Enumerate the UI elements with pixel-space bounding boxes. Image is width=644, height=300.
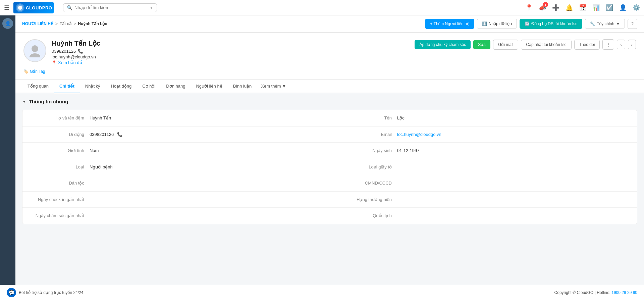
value-loai: Người bệnh (90, 164, 113, 170)
add-icon[interactable]: ➕ (552, 4, 559, 11)
breadcrumb-current: Huỳnh Tấn Lộc (78, 21, 107, 26)
tab-hoat-dong[interactable]: Hoạt động (106, 80, 137, 93)
more-actions-button[interactable]: ⋮ (602, 39, 614, 50)
xem-them-arrow: ▼ (282, 84, 286, 89)
svg-point-4 (32, 45, 38, 52)
add-contact-button[interactable]: + Thêm Người liên hệ (425, 19, 474, 29)
bell-icon[interactable]: 🔔 (566, 4, 573, 11)
search-bar[interactable]: 🔍 ▼ (63, 3, 157, 12)
checkbox-icon[interactable]: ☑️ (606, 4, 613, 11)
info-row-hang-thuong-nien: Hạng thường niên (330, 192, 637, 208)
notification-icon[interactable]: 📣 5 (539, 4, 546, 11)
info-row-dan-toc: Dân tộc (22, 175, 330, 192)
chart-icon[interactable]: 📊 (592, 4, 600, 11)
edit-button[interactable]: Sửa (473, 40, 490, 49)
label-email: Email (337, 131, 397, 138)
info-col-right: Tên Lộc Email loc.huynh@cloudgo.vn Ngày … (330, 110, 637, 224)
profile-phone: 0398201126 📞 (52, 49, 409, 54)
section-title: ▼ Thông tin chung (22, 99, 637, 104)
chat-label: Bot hỗ trợ sử dụng trực tuyến 24/24 (19, 290, 83, 295)
update-account-button[interactable]: Cập nhật tài khoản Isc (521, 40, 571, 50)
info-col-left: Họ và tên đệm Huỳnh Tấn Di động 03982011… (22, 110, 330, 224)
logo[interactable]: CLOUDPRO (13, 2, 54, 13)
next-button[interactable]: › (628, 40, 636, 49)
info-row-ngay-checkin: Ngày check-in gần nhất (22, 192, 330, 208)
search-input[interactable] (74, 5, 148, 10)
section-container: ▼ Thông tin chung Họ và tên đệm Huỳnh Tấ… (15, 93, 644, 230)
value-email[interactable]: loc.huynh@cloudgo.vn (397, 131, 441, 138)
tab-xem-them[interactable]: Xem thêm ▼ (257, 80, 290, 93)
help-button[interactable]: ? (628, 19, 637, 29)
footer-chat[interactable]: 💬 Bot hỗ trợ sử dụng trực tuyến 24/24 (7, 288, 83, 297)
location-icon[interactable]: 📍 (525, 4, 533, 11)
info-row-ngay-cham-soc: Ngày chăm sóc gần nhất (22, 208, 330, 224)
label-di-dong: Di động (29, 131, 90, 138)
info-row-email: Email loc.huynh@cloudgo.vn (330, 127, 637, 143)
section-collapse-arrow[interactable]: ▼ (22, 99, 26, 104)
label-ten: Tên (337, 115, 397, 121)
profile-actions: Áp dụng chu kỳ chăm sóc Sửa Gửi mail Cập… (415, 39, 636, 50)
notification-badge: 5 (543, 2, 548, 7)
info-row-ngay-sinh: Ngày sinh 01-12-1997 (330, 143, 637, 159)
breadcrumb-sep1: > (55, 21, 58, 26)
nav-icons: 📍 📣 5 ➕ 🔔 📅 📊 ☑️ 👤 ⚙️ (525, 4, 640, 11)
phone-call-icon[interactable]: 📞 (117, 132, 122, 137)
sync-icon: 🔄 (525, 21, 530, 26)
info-grid: Họ và tên đệm Huỳnh Tấn Di động 03982011… (22, 110, 637, 224)
breadcrumb-level2[interactable]: Tất cả (60, 21, 71, 26)
breadcrumb-bar: NGƯỜI LIÊN HỆ > Tất cả > Huỳnh Tấn Lộc +… (15, 15, 644, 33)
tab-nhat-ky[interactable]: Nhật ký (80, 80, 106, 93)
profile-name: Huỳnh Tấn Lộc (52, 39, 409, 47)
info-row-di-dong: Di động 0398201126 📞 (22, 127, 330, 143)
breadcrumb: NGƯỜI LIÊN HỆ > Tất cả > Huỳnh Tấn Lộc (22, 21, 107, 26)
label-dan-toc: Dân tộc (29, 180, 90, 187)
hamburger-menu[interactable]: ☰ (4, 4, 9, 11)
breadcrumb-root[interactable]: NGƯỜI LIÊN HỆ (22, 21, 53, 26)
import-icon: ⬇️ (482, 21, 487, 26)
svg-text:CLOUDPRO: CLOUDPRO (26, 5, 52, 10)
profile-avatar (23, 39, 46, 62)
info-row-ten: Tên Lộc (330, 110, 637, 127)
tab-co-hoi[interactable]: Cơ hội (137, 80, 161, 93)
value-ngay-sinh: 01-12-1997 (397, 147, 420, 154)
info-row-cmnd: CMND/CCCD (330, 175, 637, 192)
user-icon[interactable]: 👤 (619, 4, 627, 11)
settings-icon[interactable]: ⚙️ (633, 4, 640, 11)
label-quoc-tich: Quốc tịch (337, 212, 397, 219)
value-di-dong: 0398201126 📞 (90, 131, 122, 138)
label-gioi-tinh: Giới tính (29, 147, 90, 154)
footer-hotline: 1900 29 29 90 (611, 290, 637, 295)
label-hang-thuong-nien: Hạng thường niên (337, 196, 397, 203)
apply-care-cycle-button[interactable]: Áp dụng chu kỳ chăm sóc (415, 40, 471, 49)
profile-map-link[interactable]: 📍 Xem bản đồ (52, 60, 409, 65)
tab-binh-luan[interactable]: Bình luận (228, 80, 257, 93)
info-row-loai: Loại Người bệnh (22, 159, 330, 176)
import-button[interactable]: ⬇️ Nhập dữ liệu (477, 19, 517, 29)
svg-point-5 (30, 53, 40, 57)
info-row-loai-giay-to: Loại giấy tờ (330, 159, 637, 176)
sync-button[interactable]: 🔄 Đồng bộ DS tài khoản Isc (520, 19, 582, 29)
map-pin-icon: 📍 (52, 60, 57, 65)
customize-arrow: ▼ (616, 21, 620, 26)
profile-header: Huỳnh Tấn Lộc 0398201126 📞 loc.huynh@clo… (23, 39, 636, 65)
customize-button[interactable]: 🔧 Tùy chỉnh ▼ (585, 19, 625, 29)
info-card: Họ và tên đệm Huỳnh Tấn Di động 03982011… (22, 110, 637, 224)
add-tag-link[interactable]: 🏷️ Gắn Tag (23, 69, 45, 74)
search-dropdown-arrow[interactable]: ▼ (150, 6, 153, 10)
profile-email: loc.huynh@cloudgo.vn (52, 54, 409, 59)
top-navigation: ☰ CLOUDPRO 🔍 ▼ 📍 📣 5 ➕ 🔔 📅 📊 ☑️ 👤 ⚙️ (0, 0, 644, 15)
tab-tong-quan[interactable]: Tổng quan (22, 80, 54, 93)
phone-icon[interactable]: 📞 (78, 49, 83, 54)
logo-image: CLOUDPRO (13, 2, 54, 13)
label-ho-ten-dem: Họ và tên đệm (29, 115, 90, 121)
calendar-icon[interactable]: 📅 (579, 4, 586, 11)
tab-nguoi-lien-he[interactable]: Người liên hệ (191, 80, 227, 93)
breadcrumb-actions: + Thêm Người liên hệ ⬇️ Nhập dữ liệu 🔄 Đ… (425, 19, 637, 29)
follow-button[interactable]: Theo dõi (574, 40, 600, 50)
tab-chi-tiet[interactable]: Chi tiết (54, 80, 80, 93)
send-mail-button[interactable]: Gửi mail (493, 40, 518, 50)
tab-don-hang[interactable]: Đơn hàng (161, 80, 191, 93)
info-row-quoc-tich: Quốc tịch (330, 208, 637, 224)
label-loai-giay-to: Loại giấy tờ (337, 164, 397, 170)
prev-button[interactable]: ‹ (617, 40, 625, 49)
